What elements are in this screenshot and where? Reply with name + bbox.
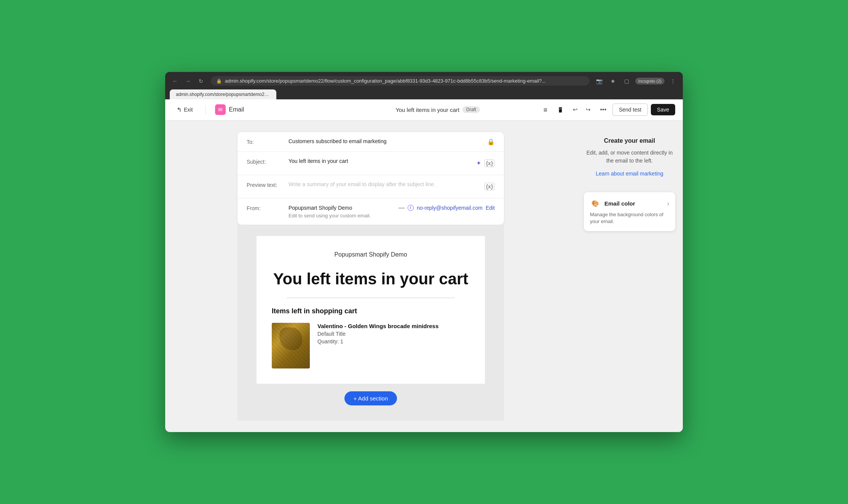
mobile-view-button[interactable]: 📱	[555, 104, 567, 116]
create-desc: Edit, add, or move content directly in t…	[584, 149, 675, 165]
desktop-icon: 🖥	[543, 107, 548, 113]
variable-icon: {x}	[485, 159, 495, 167]
color-panel-desc: Manage the background colors of your ema…	[590, 211, 669, 225]
more-options-button[interactable]: •••	[597, 104, 609, 116]
draft-badge: Draft	[462, 106, 480, 113]
add-section-container: + Add section	[238, 384, 504, 413]
color-panel-title: Email color	[604, 200, 635, 207]
incognito-badge: Incognito (2)	[635, 78, 665, 85]
to-label: To:	[247, 138, 289, 145]
app-label-container: ✉ Email	[215, 104, 244, 115]
undo-button[interactable]: ↩	[570, 104, 581, 115]
create-title: Create your email	[584, 137, 675, 144]
send-test-button[interactable]: Send test	[612, 104, 648, 116]
mobile-icon: 📱	[557, 107, 564, 113]
email-body: Popupsmart Shopify Demo You left items i…	[257, 236, 485, 384]
preview-text-row: Preview text: Write a summary of your em…	[238, 175, 504, 198]
from-email-link[interactable]: no-reply@shopifyemail.com	[417, 205, 483, 211]
undo-redo-group: ↩ ↪	[570, 104, 594, 115]
from-label: From:	[247, 204, 289, 211]
right-sidebar: Create your email Edit, add, or move con…	[576, 121, 683, 432]
to-row: To: Customers subscribed to email market…	[238, 132, 504, 152]
star-icon[interactable]: ★	[608, 76, 618, 86]
from-edit-link[interactable]: Edit	[486, 205, 495, 211]
email-app-icon: ✉	[215, 104, 226, 115]
email-color-panel[interactable]: 🎨 Email color › Manage the background co…	[584, 192, 675, 231]
product-image	[272, 323, 310, 368]
app-label: Email	[229, 106, 244, 113]
back-button[interactable]: ←	[170, 76, 180, 86]
exit-icon: ↰	[177, 106, 182, 113]
divider	[206, 105, 206, 114]
learn-link[interactable]: Learn about email marketing	[596, 171, 663, 177]
subject-label: Subject:	[247, 158, 289, 165]
from-name: Popupsmart Shopify Demo	[289, 205, 395, 211]
from-separator: —	[398, 204, 405, 211]
subject-value: You left items in your cart	[289, 158, 473, 164]
save-button[interactable]: Save	[651, 104, 675, 115]
reload-button[interactable]: ↻	[196, 76, 206, 86]
browser-tab[interactable]: admin.shopify.com/store/popupsmartdemo22…	[170, 89, 276, 99]
camera-icon[interactable]: 📷	[594, 76, 605, 86]
exit-label: Exit	[184, 107, 193, 113]
from-row: From: Popupsmart Shopify Demo — i no-rep…	[238, 198, 504, 225]
email-preview: Popupsmart Shopify Demo You left items i…	[238, 225, 504, 421]
email-divider	[287, 298, 455, 298]
forward-button[interactable]: →	[183, 76, 193, 86]
preview-label: Preview text:	[247, 181, 289, 188]
redo-button[interactable]: ↪	[583, 104, 594, 115]
to-value: Customers subscribed to email marketing	[289, 138, 484, 144]
tab-view-icon[interactable]: ▢	[622, 76, 632, 86]
email-headline: You left items in your cart	[272, 270, 470, 289]
palette-icon: 🎨	[590, 198, 601, 209]
menu-icon[interactable]: ⋮	[668, 76, 678, 86]
color-panel-titles: Email color	[604, 200, 635, 207]
preview-placeholder[interactable]: Write a summary of your email to display…	[289, 181, 481, 187]
store-name: Popupsmart Shopify Demo	[272, 251, 470, 258]
chevron-right-icon: ›	[667, 200, 669, 207]
email-name: You left items in your cart	[395, 107, 459, 113]
subject-variable-button[interactable]: {x}	[484, 158, 495, 169]
product-variant: Default Title	[317, 331, 470, 337]
email-form-card: To: Customers subscribed to email market…	[238, 132, 504, 225]
product-qty: Quantity: 1	[317, 338, 470, 345]
color-panel-left: 🎨 Email color	[590, 198, 635, 209]
product-info: Valentino - Golden Wings brocade minidre…	[317, 323, 470, 345]
product-name: Valentino - Golden Wings brocade minidre…	[317, 323, 470, 329]
product-row: Valentino - Golden Wings brocade minidre…	[272, 323, 470, 368]
preview-variable-button[interactable]: {x}	[484, 181, 495, 192]
add-section-button[interactable]: + Add section	[344, 391, 397, 405]
preview-variable-icon: {x}	[485, 183, 495, 190]
address-bar-url: admin.shopify.com/store/popupsmartdemo22…	[225, 78, 584, 84]
info-icon: i	[408, 205, 414, 211]
subject-row: Subject: You left items in your cart ✦ {…	[238, 152, 504, 175]
from-note: Edit to send using your custom email.	[289, 213, 371, 219]
exit-button[interactable]: ↰ Exit	[173, 104, 196, 116]
to-lock-icon: 🔒	[487, 138, 495, 145]
section-title: Items left in shopping cart	[272, 307, 470, 315]
sparkle-icon: ✦	[476, 159, 481, 167]
create-panel: Create your email Edit, add, or move con…	[584, 130, 675, 185]
desktop-view-button[interactable]: 🖥	[539, 104, 552, 116]
color-panel-header: 🎨 Email color ›	[590, 198, 669, 209]
lock-icon: 🔒	[216, 78, 222, 84]
